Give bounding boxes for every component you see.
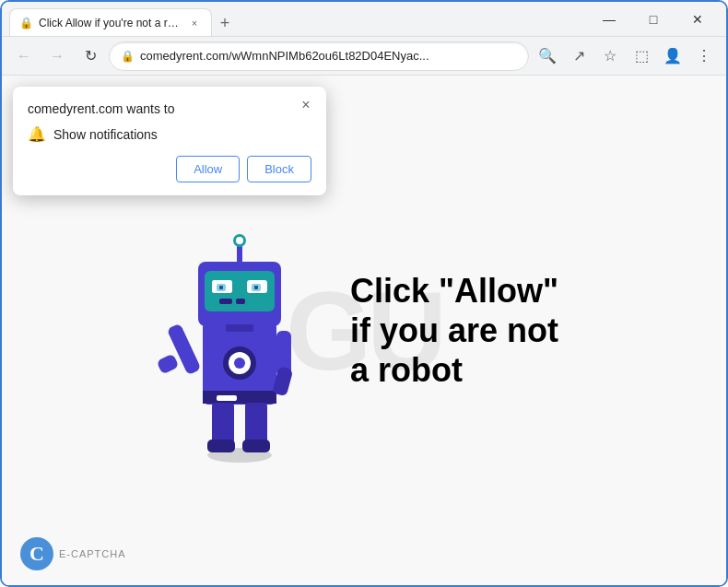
- close-button[interactable]: ✕: [676, 2, 719, 36]
- robot-image: [147, 193, 332, 469]
- sidebar-icon-button[interactable]: ⬚: [627, 41, 656, 71]
- svg-point-4: [234, 358, 245, 369]
- profile-icon-button[interactable]: 👤: [658, 41, 687, 71]
- tab-title: Click Allow if you're not a robot: [39, 17, 182, 29]
- bookmark-icon-button[interactable]: ☆: [595, 41, 625, 71]
- svg-rect-23: [212, 403, 234, 444]
- back-button[interactable]: ←: [9, 41, 39, 71]
- svg-rect-14: [219, 286, 223, 289]
- reload-button[interactable]: ↻: [76, 41, 105, 71]
- toolbar: ← → ↻ 🔒 comedyrent.com/wWmnNPIMb62ou6Lt8…: [2, 37, 726, 76]
- tab-close-button[interactable]: ×: [187, 16, 202, 30]
- page-content: GU: [2, 76, 726, 585]
- block-button[interactable]: Block: [247, 156, 311, 182]
- svg-rect-24: [245, 403, 267, 444]
- popup-close-button[interactable]: ×: [297, 96, 315, 114]
- svg-rect-25: [207, 440, 235, 452]
- permission-text: Show notifications: [53, 127, 158, 142]
- notification-popup: × comedyrent.com wants to 🔔 Show notific…: [13, 87, 326, 195]
- ecaptcha-logo: C E-CAPTCHA: [20, 537, 126, 570]
- tab-area: 🔒 Click Allow if you're not a robot × +: [9, 2, 588, 36]
- svg-rect-26: [242, 440, 270, 452]
- address-bar[interactable]: 🔒 comedyrent.com/wWmnNPIMb62ou6Lt82D04EN…: [109, 41, 529, 71]
- ecaptcha-icon: C: [20, 537, 53, 570]
- svg-rect-6: [217, 395, 237, 401]
- svg-rect-15: [254, 286, 258, 289]
- new-tab-button[interactable]: +: [212, 10, 238, 36]
- address-text: comedyrent.com/wWmnNPIMb62ou6Lt82D04ENya…: [140, 49, 517, 63]
- lock-icon: 🔒: [121, 50, 135, 63]
- svg-rect-18: [226, 324, 253, 332]
- title-bar: 🔒 Click Allow if you're not a robot × + …: [2, 2, 726, 37]
- browser-window: 🔒 Click Allow if you're not a robot × + …: [0, 0, 728, 587]
- active-tab[interactable]: 🔒 Click Allow if you're not a robot ×: [9, 8, 212, 36]
- svg-rect-16: [219, 299, 232, 304]
- svg-rect-5: [203, 391, 276, 404]
- ecaptcha-label: E-CAPTCHA: [59, 548, 126, 559]
- bell-icon: 🔔: [28, 125, 46, 143]
- popup-permission: 🔔 Show notifications: [28, 125, 311, 143]
- menu-icon-button[interactable]: ⋮: [689, 41, 719, 71]
- toolbar-icons: 🔍 ↗ ☆ ⬚ 👤 ⋮: [533, 41, 719, 71]
- search-icon-button[interactable]: 🔍: [533, 41, 562, 71]
- window-controls: — □ ✕: [588, 2, 719, 36]
- svg-point-29: [236, 237, 243, 244]
- popup-buttons: Allow Block: [28, 156, 311, 182]
- minimize-button[interactable]: —: [588, 2, 630, 36]
- maximize-button[interactable]: □: [632, 2, 675, 36]
- robot-area: Click "Allow" if you are not a robot: [147, 193, 581, 469]
- share-icon-button[interactable]: ↗: [564, 41, 593, 71]
- page-inner: GU: [2, 76, 726, 585]
- click-allow-text: Click "Allow" if you are not a robot: [350, 271, 581, 391]
- popup-header-text: comedyrent.com wants to: [28, 101, 311, 116]
- allow-button[interactable]: Allow: [176, 156, 240, 182]
- svg-rect-17: [236, 299, 245, 304]
- svg-rect-20: [157, 353, 180, 374]
- tab-favicon: 🔒: [19, 17, 33, 29]
- forward-button[interactable]: →: [42, 41, 72, 71]
